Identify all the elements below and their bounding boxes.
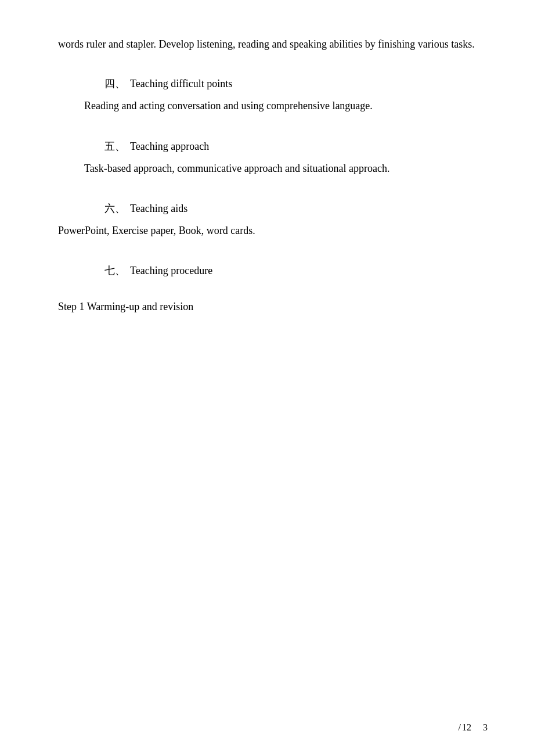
section-5-body: Task-based approach, communicative appro… (58, 159, 476, 178)
section-6-heading: 六、 Teaching aids (58, 201, 476, 215)
section-6: 六、 Teaching aids PowerPoint, Exercise pa… (58, 201, 476, 240)
section-7: 七、 Teaching procedure (58, 264, 476, 278)
section-5: 五、 Teaching approach Task-based approach… (58, 139, 476, 178)
page: words ruler and stapler. Develop listeni… (0, 0, 534, 756)
section-4-heading: 四、 Teaching difficult points (58, 77, 476, 91)
intro-paragraph: words ruler and stapler. Develop listeni… (58, 35, 476, 53)
step-1-label: Step 1 Warming-up and revision (58, 301, 193, 312)
section-4-body: Reading and acting conversation and usin… (58, 96, 476, 116)
footer-total: 12 (462, 722, 471, 733)
section-4-chinese: 四、 (104, 77, 125, 91)
section-4: 四、 Teaching difficult points Reading and… (58, 77, 476, 116)
section-7-heading: 七、 Teaching procedure (58, 264, 476, 278)
page-footer: / 12 3 (459, 722, 488, 733)
section-6-chinese: 六、 (104, 201, 125, 215)
intro-text: words ruler and stapler. Develop listeni… (58, 38, 475, 50)
step-1-heading: Step 1 Warming-up and revision (58, 301, 476, 313)
section-7-english: Teaching procedure (130, 265, 212, 277)
section-4-english: Teaching difficult points (130, 78, 232, 90)
section-6-english: Teaching aids (130, 203, 187, 215)
section-5-english: Teaching approach (130, 141, 209, 153)
section-7-chinese: 七、 (104, 264, 125, 278)
section-4-text: Reading and acting conversation and usin… (58, 96, 476, 116)
page-number: 3 (483, 722, 488, 733)
section-6-body: PowerPoint, Exercise paper, Book, word c… (58, 221, 476, 240)
footer-slash: / (459, 722, 461, 733)
section-5-chinese: 五、 (104, 139, 125, 153)
section-5-heading: 五、 Teaching approach (58, 139, 476, 153)
section-6-text: PowerPoint, Exercise paper, Book, word c… (58, 225, 255, 236)
section-5-text: Task-based approach, communicative appro… (58, 159, 476, 178)
